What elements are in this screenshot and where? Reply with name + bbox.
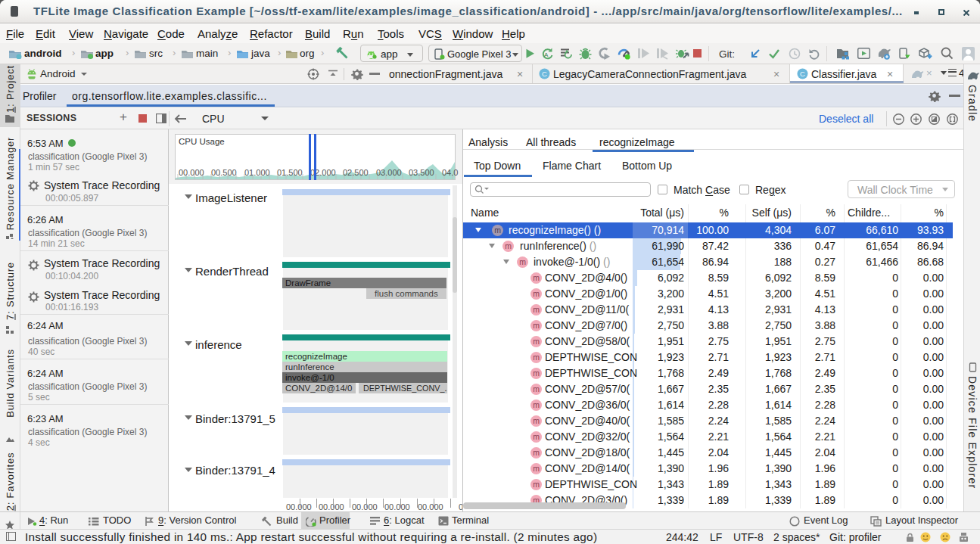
- svg-text:A: A: [544, 51, 549, 58]
- svg-text:C: C: [542, 70, 547, 78]
- svg-text:C: C: [800, 70, 805, 78]
